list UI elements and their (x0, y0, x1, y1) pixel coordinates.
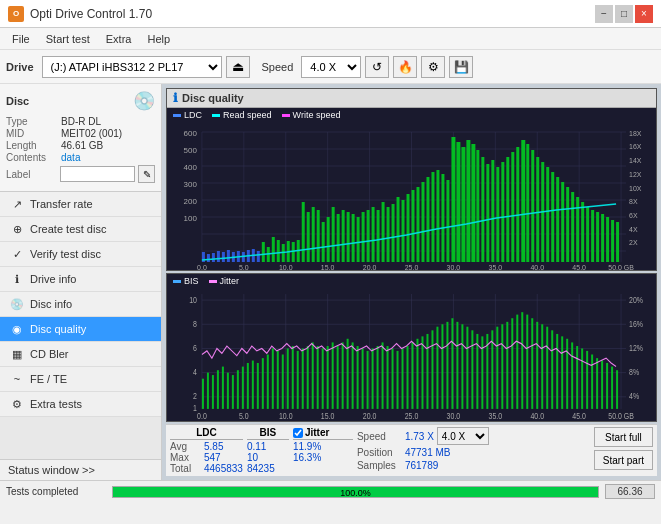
app-icon: O (8, 6, 24, 22)
svg-rect-211 (521, 312, 523, 409)
svg-rect-180 (367, 351, 369, 409)
svg-rect-49 (347, 212, 350, 262)
nav-item-create-test-disc[interactable]: ⊕ Create test disc (0, 217, 161, 242)
label-input[interactable] (60, 166, 135, 182)
svg-text:40.0: 40.0 (530, 411, 544, 421)
bis-header: BIS (247, 427, 289, 440)
svg-rect-214 (536, 322, 538, 409)
total-label: Total (170, 463, 202, 474)
svg-rect-217 (551, 330, 553, 409)
burn-button[interactable]: 🔥 (393, 56, 417, 78)
max-label: Max (170, 452, 202, 463)
svg-text:200: 200 (184, 197, 198, 206)
svg-rect-51 (357, 217, 360, 262)
status-right-value: 66.36 (605, 484, 655, 499)
disc-quality-panel-icon: ℹ (173, 91, 178, 105)
svg-rect-78 (491, 160, 494, 262)
jitter-avg: 11.9% (293, 441, 353, 452)
contents-value: data (61, 152, 80, 163)
svg-rect-55 (377, 210, 380, 262)
svg-rect-34 (272, 237, 275, 262)
refresh-button[interactable]: ↺ (365, 56, 389, 78)
nav-item-verify-test-disc[interactable]: ✓ Verify test disc (0, 242, 161, 267)
menu-start-test[interactable]: Start test (38, 31, 98, 47)
write-speed-legend-label: Write speed (293, 110, 341, 120)
svg-rect-189 (412, 342, 414, 409)
svg-rect-166 (297, 351, 299, 409)
svg-rect-159 (262, 358, 264, 409)
jitter-checkbox[interactable] (293, 428, 303, 438)
nav-item-transfer-rate[interactable]: ↗ Transfer rate (0, 192, 161, 217)
label-edit-button[interactable]: ✎ (138, 165, 155, 183)
svg-rect-230 (616, 370, 618, 409)
svg-rect-44 (322, 222, 325, 262)
svg-rect-98 (591, 210, 594, 262)
speed-stat-select[interactable]: 4.0 X (437, 427, 489, 445)
svg-text:6: 6 (193, 343, 197, 353)
read-speed-legend-label: Read speed (223, 110, 272, 120)
svg-rect-162 (277, 351, 279, 409)
nav-item-fe-te[interactable]: ~ FE / TE (0, 367, 161, 392)
svg-rect-160 (267, 355, 269, 409)
svg-text:5.0: 5.0 (239, 264, 249, 270)
svg-rect-69 (446, 180, 449, 262)
svg-rect-46 (332, 207, 335, 262)
svg-rect-196 (446, 322, 448, 409)
svg-text:12X: 12X (629, 171, 642, 178)
drive-select[interactable]: (J:) ATAPI iHBS312 2 PL17 (42, 56, 222, 78)
nav-item-disc-quality[interactable]: ◉ Disc quality (0, 317, 161, 342)
nav-item-disc-info[interactable]: 💿 Disc info (0, 292, 161, 317)
write-speed-legend-dot (282, 114, 290, 117)
drive-label: Drive (6, 61, 34, 73)
start-part-button[interactable]: Start part (594, 450, 653, 470)
menu-help[interactable]: Help (139, 31, 178, 47)
svg-rect-200 (466, 327, 468, 409)
svg-rect-215 (541, 324, 543, 409)
svg-rect-90 (551, 172, 554, 262)
status-window-button[interactable]: Status window >> (0, 459, 161, 480)
close-button[interactable]: × (635, 5, 653, 23)
svg-rect-40 (302, 202, 305, 262)
svg-rect-161 (272, 348, 274, 408)
ldc-max: 547 (204, 452, 221, 463)
ldc-legend-dot (173, 114, 181, 117)
svg-rect-22 (212, 253, 215, 262)
menu-extra[interactable]: Extra (98, 31, 140, 47)
save-button[interactable]: 💾 (449, 56, 473, 78)
svg-text:20.0: 20.0 (363, 411, 377, 421)
nav-item-drive-info[interactable]: ℹ Drive info (0, 267, 161, 292)
svg-text:18X: 18X (629, 130, 642, 137)
svg-rect-31 (257, 251, 260, 262)
svg-rect-87 (536, 157, 539, 262)
nav-item-extra-tests[interactable]: ⚙ Extra tests (0, 392, 161, 417)
svg-rect-158 (257, 363, 259, 409)
svg-text:600: 600 (184, 129, 198, 138)
svg-rect-174 (337, 346, 339, 409)
eject-button[interactable]: ⏏ (226, 56, 250, 78)
svg-rect-187 (402, 348, 404, 408)
sidebar: Disc 💿 Type BD-R DL MID MEIT02 (001) Len… (0, 84, 162, 480)
speed-select[interactable]: 4.0 X (301, 56, 361, 78)
start-full-button[interactable]: Start full (594, 427, 653, 447)
cd-bler-icon: ▦ (10, 347, 24, 361)
settings-button[interactable]: ⚙ (421, 56, 445, 78)
svg-rect-89 (546, 167, 549, 262)
read-speed-legend-dot (212, 114, 220, 117)
disc-panel: Disc 💿 Type BD-R DL MID MEIT02 (001) Len… (0, 84, 161, 192)
svg-text:40.0: 40.0 (530, 264, 544, 270)
svg-text:4%: 4% (629, 392, 639, 402)
maximize-button[interactable]: □ (615, 5, 633, 23)
svg-rect-195 (441, 324, 443, 409)
svg-rect-48 (342, 210, 345, 262)
svg-text:50.0 GB: 50.0 GB (608, 264, 634, 270)
disc-info-icon: 💿 (10, 297, 24, 311)
minimize-button[interactable]: − (595, 5, 613, 23)
svg-rect-182 (377, 346, 379, 409)
menu-file[interactable]: File (4, 31, 38, 47)
svg-text:25.0: 25.0 (405, 411, 419, 421)
svg-rect-61 (407, 194, 410, 262)
svg-rect-191 (421, 336, 423, 409)
nav-item-cd-bler[interactable]: ▦ CD Bler (0, 342, 161, 367)
lower-chart: 10 8 6 4 2 1 20% 16% 12% 8% 4% 0.0 5.0 1… (167, 288, 656, 421)
svg-rect-218 (556, 334, 558, 409)
